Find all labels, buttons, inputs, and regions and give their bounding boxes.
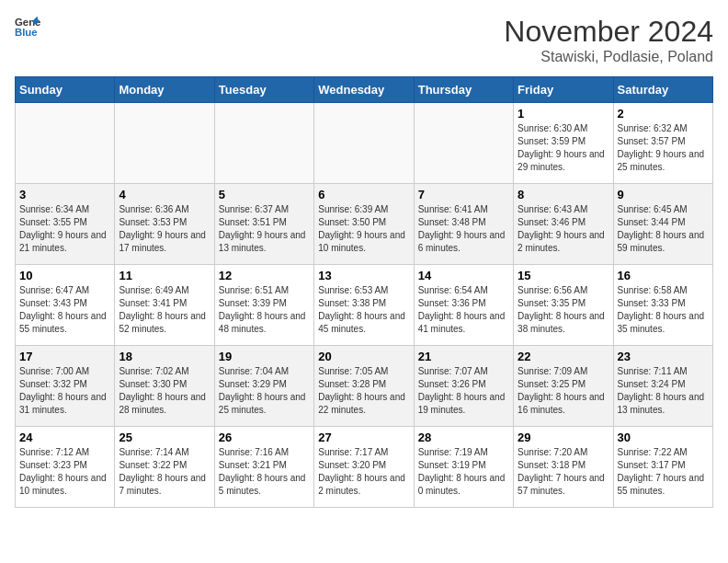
- week-row-4: 17Sunrise: 7:00 AM Sunset: 3:32 PM Dayli…: [16, 346, 713, 427]
- calendar-cell: 6Sunrise: 6:39 AM Sunset: 3:50 PM Daylig…: [314, 184, 414, 265]
- day-number: 12: [219, 269, 310, 282]
- day-info: Sunrise: 7:19 AM Sunset: 3:19 PM Dayligh…: [418, 446, 509, 498]
- calendar-cell: 4Sunrise: 6:36 AM Sunset: 3:53 PM Daylig…: [115, 184, 214, 265]
- day-info: Sunrise: 6:47 AM Sunset: 3:43 PM Dayligh…: [19, 284, 110, 336]
- week-row-5: 24Sunrise: 7:12 AM Sunset: 3:23 PM Dayli…: [16, 427, 713, 508]
- day-number: 13: [318, 269, 409, 282]
- header: General Blue November 2024 Stawiski, Pod…: [15, 15, 713, 65]
- day-info: Sunrise: 6:56 AM Sunset: 3:35 PM Dayligh…: [518, 284, 609, 336]
- calendar-cell: 13Sunrise: 6:53 AM Sunset: 3:38 PM Dayli…: [314, 265, 414, 346]
- header-row: SundayMondayTuesdayWednesdayThursdayFrid…: [16, 77, 713, 103]
- calendar-cell: 25Sunrise: 7:14 AM Sunset: 3:22 PM Dayli…: [115, 427, 214, 508]
- day-info: Sunrise: 7:11 AM Sunset: 3:24 PM Dayligh…: [618, 365, 709, 417]
- calendar-cell: 23Sunrise: 7:11 AM Sunset: 3:24 PM Dayli…: [613, 346, 712, 427]
- day-number: 6: [318, 188, 409, 201]
- day-info: Sunrise: 6:49 AM Sunset: 3:41 PM Dayligh…: [119, 284, 210, 336]
- calendar-cell: 17Sunrise: 7:00 AM Sunset: 3:32 PM Dayli…: [16, 346, 115, 427]
- col-header-friday: Friday: [514, 77, 613, 103]
- day-number: 7: [418, 188, 509, 201]
- title-area: November 2024 Stawiski, Podlasie, Poland: [504, 15, 713, 65]
- calendar-cell: 24Sunrise: 7:12 AM Sunset: 3:23 PM Dayli…: [16, 427, 115, 508]
- calendar-cell: 19Sunrise: 7:04 AM Sunset: 3:29 PM Dayli…: [214, 346, 313, 427]
- day-info: Sunrise: 6:34 AM Sunset: 3:55 PM Dayligh…: [19, 203, 110, 255]
- calendar-cell: 12Sunrise: 6:51 AM Sunset: 3:39 PM Dayli…: [214, 265, 313, 346]
- calendar-cell: 21Sunrise: 7:07 AM Sunset: 3:26 PM Dayli…: [414, 346, 513, 427]
- week-row-2: 3Sunrise: 6:34 AM Sunset: 3:55 PM Daylig…: [16, 184, 713, 265]
- day-info: Sunrise: 6:32 AM Sunset: 3:57 PM Dayligh…: [618, 122, 709, 174]
- calendar-cell: 3Sunrise: 6:34 AM Sunset: 3:55 PM Daylig…: [16, 184, 115, 265]
- day-number: 2: [618, 107, 709, 121]
- day-info: Sunrise: 6:45 AM Sunset: 3:44 PM Dayligh…: [618, 203, 709, 255]
- week-row-1: 1Sunrise: 6:30 AM Sunset: 3:59 PM Daylig…: [16, 103, 713, 184]
- day-info: Sunrise: 7:20 AM Sunset: 3:18 PM Dayligh…: [518, 446, 609, 498]
- col-header-saturday: Saturday: [613, 77, 712, 103]
- calendar-cell: 22Sunrise: 7:09 AM Sunset: 3:25 PM Dayli…: [514, 346, 613, 427]
- calendar-cell: 1Sunrise: 6:30 AM Sunset: 3:59 PM Daylig…: [514, 103, 613, 184]
- logo-icon: General Blue: [15, 15, 40, 40]
- day-number: 1: [518, 107, 609, 121]
- svg-text:Blue: Blue: [15, 27, 38, 38]
- day-number: 16: [618, 269, 709, 282]
- day-number: 18: [119, 350, 210, 363]
- calendar-cell: 18Sunrise: 7:02 AM Sunset: 3:30 PM Dayli…: [115, 346, 214, 427]
- day-number: 14: [418, 269, 509, 282]
- day-info: Sunrise: 6:58 AM Sunset: 3:33 PM Dayligh…: [618, 284, 709, 336]
- day-info: Sunrise: 6:36 AM Sunset: 3:53 PM Dayligh…: [119, 203, 210, 255]
- calendar-cell: [115, 103, 214, 184]
- calendar-table: SundayMondayTuesdayWednesdayThursdayFrid…: [15, 76, 713, 508]
- calendar-cell: 14Sunrise: 6:54 AM Sunset: 3:36 PM Dayli…: [414, 265, 513, 346]
- day-number: 24: [19, 431, 110, 444]
- day-number: 27: [318, 431, 409, 444]
- day-number: 3: [19, 188, 110, 201]
- day-number: 5: [219, 188, 310, 201]
- calendar-cell: 9Sunrise: 6:45 AM Sunset: 3:44 PM Daylig…: [613, 184, 712, 265]
- day-info: Sunrise: 6:30 AM Sunset: 3:59 PM Dayligh…: [518, 122, 609, 174]
- calendar-cell: 10Sunrise: 6:47 AM Sunset: 3:43 PM Dayli…: [16, 265, 115, 346]
- day-info: Sunrise: 6:43 AM Sunset: 3:46 PM Dayligh…: [518, 203, 609, 255]
- logo: General Blue: [15, 15, 40, 40]
- col-header-tuesday: Tuesday: [214, 77, 313, 103]
- calendar-cell: [214, 103, 313, 184]
- day-number: 19: [219, 350, 310, 363]
- calendar-cell: 2Sunrise: 6:32 AM Sunset: 3:57 PM Daylig…: [613, 103, 712, 184]
- calendar-cell: [314, 103, 414, 184]
- day-number: 22: [518, 350, 609, 363]
- calendar-cell: 7Sunrise: 6:41 AM Sunset: 3:48 PM Daylig…: [414, 184, 513, 265]
- calendar-cell: [414, 103, 513, 184]
- col-header-monday: Monday: [115, 77, 214, 103]
- day-info: Sunrise: 6:54 AM Sunset: 3:36 PM Dayligh…: [418, 284, 509, 336]
- day-number: 26: [219, 431, 310, 444]
- day-info: Sunrise: 7:04 AM Sunset: 3:29 PM Dayligh…: [219, 365, 310, 417]
- day-number: 25: [119, 431, 210, 444]
- calendar-cell: 29Sunrise: 7:20 AM Sunset: 3:18 PM Dayli…: [514, 427, 613, 508]
- week-row-3: 10Sunrise: 6:47 AM Sunset: 3:43 PM Dayli…: [16, 265, 713, 346]
- day-number: 8: [518, 188, 609, 201]
- calendar-cell: 27Sunrise: 7:17 AM Sunset: 3:20 PM Dayli…: [314, 427, 414, 508]
- day-info: Sunrise: 7:22 AM Sunset: 3:17 PM Dayligh…: [618, 446, 709, 498]
- calendar-cell: 5Sunrise: 6:37 AM Sunset: 3:51 PM Daylig…: [214, 184, 313, 265]
- day-info: Sunrise: 6:37 AM Sunset: 3:51 PM Dayligh…: [219, 203, 310, 255]
- calendar-title: November 2024: [504, 15, 713, 49]
- day-info: Sunrise: 7:05 AM Sunset: 3:28 PM Dayligh…: [318, 365, 409, 417]
- day-number: 20: [318, 350, 409, 363]
- calendar-cell: 15Sunrise: 6:56 AM Sunset: 3:35 PM Dayli…: [514, 265, 613, 346]
- day-info: Sunrise: 7:12 AM Sunset: 3:23 PM Dayligh…: [19, 446, 110, 498]
- day-number: 21: [418, 350, 509, 363]
- day-info: Sunrise: 6:53 AM Sunset: 3:38 PM Dayligh…: [318, 284, 409, 336]
- day-info: Sunrise: 7:09 AM Sunset: 3:25 PM Dayligh…: [518, 365, 609, 417]
- day-info: Sunrise: 7:17 AM Sunset: 3:20 PM Dayligh…: [318, 446, 409, 498]
- day-number: 29: [518, 431, 609, 444]
- day-number: 23: [618, 350, 709, 363]
- day-number: 9: [618, 188, 709, 201]
- day-info: Sunrise: 7:02 AM Sunset: 3:30 PM Dayligh…: [119, 365, 210, 417]
- col-header-thursday: Thursday: [414, 77, 513, 103]
- day-info: Sunrise: 7:07 AM Sunset: 3:26 PM Dayligh…: [418, 365, 509, 417]
- calendar-cell: 20Sunrise: 7:05 AM Sunset: 3:28 PM Dayli…: [314, 346, 414, 427]
- day-number: 30: [618, 431, 709, 444]
- calendar-subtitle: Stawiski, Podlasie, Poland: [504, 49, 713, 65]
- day-number: 17: [19, 350, 110, 363]
- calendar-cell: 26Sunrise: 7:16 AM Sunset: 3:21 PM Dayli…: [214, 427, 313, 508]
- day-number: 4: [119, 188, 210, 201]
- col-header-wednesday: Wednesday: [314, 77, 414, 103]
- day-info: Sunrise: 7:00 AM Sunset: 3:32 PM Dayligh…: [19, 365, 110, 417]
